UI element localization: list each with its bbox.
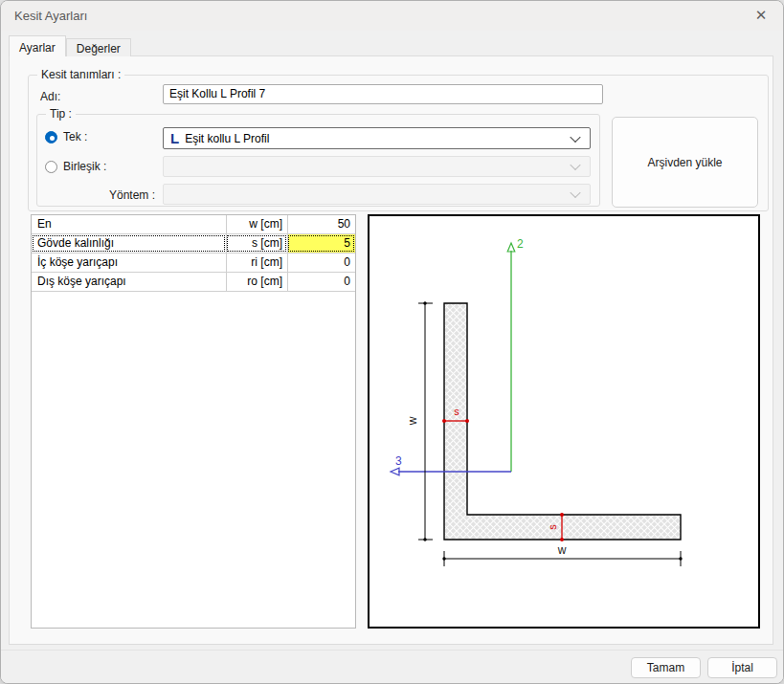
dim-w-left-label: w <box>406 416 419 426</box>
table-cell-unit[interactable]: ro [cm] <box>226 273 287 291</box>
table-row[interactable]: Enw [cm]50 <box>32 215 355 234</box>
yontem-combobox <box>163 184 591 205</box>
table-row[interactable]: İç köşe yarıçapıri [cm]0 <box>32 254 355 273</box>
tek-profile-combobox[interactable]: L Eşit kollu L Profil <box>163 127 591 149</box>
table-row[interactable]: Gövde kalınlığıs [cm]5 <box>32 234 355 254</box>
table-cell-name[interactable]: Dış köşe yarıçapı <box>32 273 226 291</box>
radio-row-tek[interactable]: Tek : <box>45 130 87 143</box>
dim-dot <box>560 538 564 541</box>
tek-combobox-value: Eşit kollu L Profil <box>185 132 269 145</box>
tab-page-ayarlar: Kesit tanımları : Adı: Eşit Kollu L Prof… <box>9 55 773 645</box>
section-definitions-group-title: Kesit tanımları : <box>37 68 124 81</box>
table-cell-name[interactable]: En <box>32 215 226 233</box>
table-row[interactable]: Dış köşe yarıçapıro [cm]0 <box>32 273 355 292</box>
window-title: Kesit Ayarları <box>14 9 87 23</box>
tab-ayarlar[interactable]: Ayarlar <box>9 35 66 56</box>
parameters-table: Enw [cm]50Gövde kalınlığıs [cm]5İç köşe … <box>31 214 356 629</box>
table-cell-value[interactable]: 50 <box>287 215 355 233</box>
axis-3-label: 3 <box>395 454 402 468</box>
axis-2-label: 2 <box>517 237 524 251</box>
table-cell-value[interactable]: 0 <box>287 254 355 272</box>
table-cell-name[interactable]: Gövde kalınlığı <box>32 234 226 253</box>
dim-dot <box>442 557 445 560</box>
ok-button[interactable]: Tamam <box>631 657 701 678</box>
radio-birlesik[interactable] <box>45 161 57 173</box>
tab-strip: Ayarlar Değerler <box>9 35 131 56</box>
axis-2-arrow-icon <box>507 243 515 252</box>
dim-dot <box>442 419 446 423</box>
load-from-archive-button[interactable]: Arşivden yükle <box>612 117 758 208</box>
table-cell-value[interactable]: 5 <box>287 234 355 253</box>
dim-dot <box>679 557 682 560</box>
radio-birlesik-label: Birleşik : <box>63 160 106 173</box>
dim-s-vertical-leg-label: s <box>454 406 459 417</box>
section-name-input[interactable]: Eşit Kollu L Profil 7 <box>163 84 603 104</box>
chevron-down-icon <box>570 160 580 170</box>
dim-dot <box>423 301 426 304</box>
kesit-ayarlari-dialog: Kesit Ayarları ✕ Ayarlar Değerler Kesit … <box>0 0 784 684</box>
table-cell-value[interactable]: 0 <box>287 273 355 291</box>
dim-dot <box>560 513 564 517</box>
birlesik-combobox <box>163 156 591 177</box>
l-profile-icon: L <box>170 131 179 145</box>
table-cell-name[interactable]: İç köşe yarıçapı <box>32 254 226 272</box>
axis-3-arrow-icon <box>391 468 399 475</box>
title-bar: Kesit Ayarları ✕ <box>1 1 783 31</box>
l-profile-shape <box>444 303 681 540</box>
radio-row-birlesik[interactable]: Birleşik : <box>45 160 106 173</box>
close-icon[interactable]: ✕ <box>745 3 777 28</box>
radio-tek[interactable] <box>45 131 57 143</box>
section-preview-canvas[interactable]: 2 3 w w <box>368 214 760 629</box>
radio-tek-label: Tek : <box>63 130 87 143</box>
chevron-down-icon <box>570 188 580 198</box>
dim-w-bottom-label: w <box>557 543 567 557</box>
dim-dot <box>465 419 469 423</box>
dim-s-horizontal-leg-label: s <box>547 524 558 530</box>
footer-bar: Tamam İptal <box>1 650 784 684</box>
dim-dot <box>423 538 426 541</box>
table-cell-unit[interactable]: s [cm] <box>226 234 287 253</box>
name-label: Adı: <box>40 90 60 103</box>
yontem-label: Yöntem : <box>46 188 155 202</box>
table-cell-unit[interactable]: w [cm] <box>226 215 287 233</box>
table-cell-unit[interactable]: ri [cm] <box>226 254 287 272</box>
cancel-button[interactable]: İptal <box>707 657 777 678</box>
l-profile-drawing: 2 3 w w <box>370 216 758 627</box>
tip-group-title: Tip : <box>46 107 76 121</box>
chevron-down-icon[interactable] <box>570 131 580 142</box>
tab-degerler[interactable]: Değerler <box>66 38 131 56</box>
